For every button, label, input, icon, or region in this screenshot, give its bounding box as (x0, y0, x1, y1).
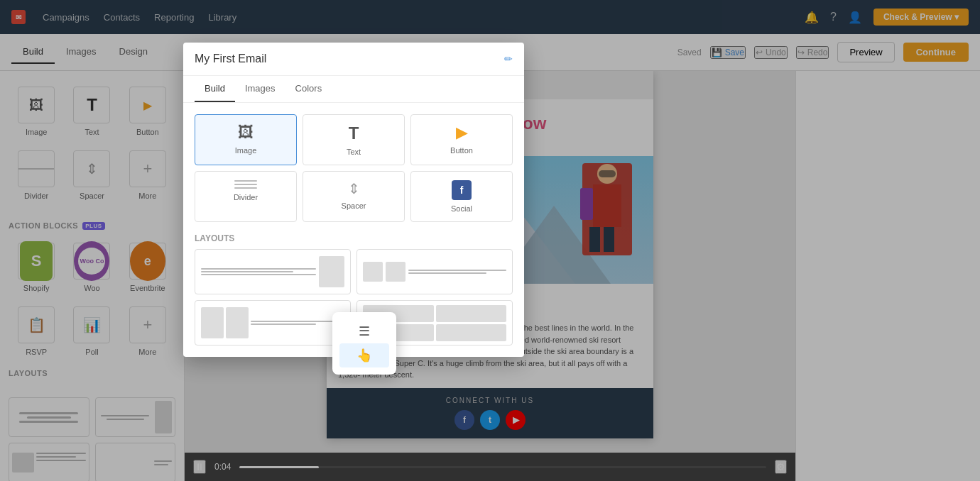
blocks-icon: ☰ (359, 324, 370, 339)
modal-spacer-label: Spacer (342, 201, 366, 210)
modal-tab-build[interactable]: Build (195, 76, 235, 102)
modal-block-image[interactable]: 🖼 Image (195, 114, 297, 165)
modal-layouts-label: Layouts (195, 233, 513, 243)
modal-social-icon: f (452, 180, 472, 200)
modal-blocks-grid: 🖼 Image T Text ▶ Button (195, 114, 513, 222)
modal-block-text[interactable]: T Text (303, 114, 405, 165)
modal-button-icon: ▶ (456, 123, 468, 142)
modal-social-label: Social (451, 204, 472, 213)
email-title-input[interactable] (195, 52, 497, 65)
modal-layout-3[interactable] (195, 300, 351, 345)
picker-cursor-item[interactable]: 👆 (339, 343, 389, 367)
picker-blocks-item[interactable]: ☰ (339, 319, 389, 343)
modal-header: ✏ (183, 43, 524, 76)
modal-image-label: Image (235, 146, 257, 155)
modal-image-icon: 🖼 (238, 123, 254, 142)
modal-button-label: Button (450, 146, 473, 155)
modal-block-divider[interactable]: Divider (195, 171, 297, 222)
modal-tabs: Build Images Colors (183, 76, 524, 103)
modal-text-icon: T (349, 123, 359, 143)
modal-divider-label: Divider (234, 193, 258, 201)
modal-layout-1[interactable] (195, 249, 351, 294)
modal-tab-colors[interactable]: Colors (285, 76, 332, 102)
modal-layout-2[interactable] (356, 249, 513, 294)
cursor-icon: 👆 (356, 348, 372, 363)
modal-block-social[interactable]: f Social (410, 171, 513, 222)
modal-block-spacer[interactable]: ⇕ Spacer (303, 171, 405, 222)
modal-spacer-icon: ⇕ (348, 180, 360, 197)
modal-block-button[interactable]: ▶ Button (410, 114, 513, 165)
modal-panel: ✏ Build Images Colors 🖼 Image T Text ▶ B… (183, 43, 524, 357)
modal-tab-images[interactable]: Images (235, 76, 285, 102)
edit-title-icon[interactable]: ✏ (504, 53, 513, 65)
modal-divider-icon (234, 180, 257, 189)
floating-block-picker: ☰ 👆 (332, 312, 396, 375)
modal-text-label: Text (347, 148, 361, 156)
